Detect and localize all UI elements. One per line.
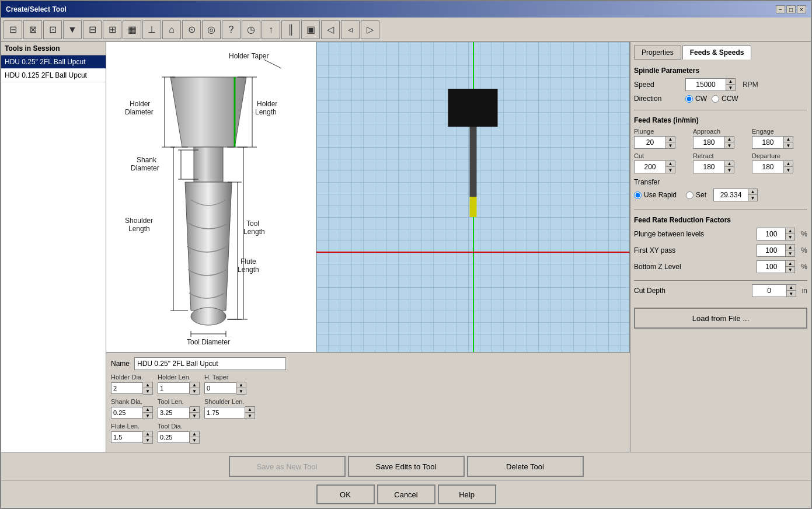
shoulder-len-down[interactable]: ▼	[245, 413, 255, 419]
plunge-up[interactable]: ▲	[666, 136, 675, 142]
holder-len-down[interactable]: ▼	[190, 388, 199, 394]
cut-up[interactable]: ▲	[666, 161, 675, 167]
approach-down[interactable]: ▼	[725, 142, 734, 149]
minimize-button[interactable]: −	[776, 5, 785, 13]
shank-dia-input[interactable]	[111, 407, 143, 419]
set-radio[interactable]	[686, 191, 693, 199]
bottom-z-input[interactable]	[757, 260, 786, 273]
maximize-button[interactable]: □	[786, 5, 796, 13]
toolbar-btn-13[interactable]: ◷	[242, 20, 260, 39]
cut-input[interactable]	[634, 161, 666, 173]
approach-up[interactable]: ▲	[725, 136, 734, 142]
toolbar-btn-14[interactable]: ↑	[262, 20, 280, 39]
transfer-down[interactable]: ▼	[748, 195, 758, 201]
bottom-z-up[interactable]: ▲	[786, 260, 795, 267]
flute-len-input[interactable]	[111, 431, 143, 443]
toolbar-btn-11[interactable]: ◎	[202, 20, 221, 39]
holder-dia-up[interactable]: ▲	[143, 382, 152, 388]
tool-len-up[interactable]: ▲	[190, 407, 199, 413]
holder-dia-input[interactable]	[111, 382, 143, 394]
plunge-between-up[interactable]: ▲	[786, 228, 795, 234]
toolbar-btn-2[interactable]: ⊠	[23, 20, 42, 39]
flute-len-down[interactable]: ▼	[143, 437, 152, 443]
tab-properties[interactable]: Properties	[634, 46, 681, 60]
h-taper-up[interactable]: ▲	[236, 382, 246, 388]
retract-up[interactable]: ▲	[725, 161, 734, 167]
departure-up[interactable]: ▲	[784, 161, 793, 167]
close-button[interactable]: ×	[797, 5, 806, 13]
name-input[interactable]	[134, 357, 286, 370]
first-xy-input[interactable]	[757, 244, 786, 257]
cw-radio-label[interactable]: CW	[685, 95, 707, 103]
approach-input[interactable]	[693, 136, 725, 149]
speed-up[interactable]: ▲	[726, 78, 736, 85]
load-from-file-button[interactable]: Load from File ...	[634, 308, 807, 329]
toolbar-btn-10[interactable]: ⊙	[182, 20, 201, 39]
first-xy-up[interactable]: ▲	[786, 244, 795, 250]
toolbar-btn-16[interactable]: ▣	[301, 20, 320, 39]
holder-dia-down[interactable]: ▼	[143, 388, 152, 394]
delete-tool-button[interactable]: Delete Tool	[467, 456, 584, 477]
tool-dia-down[interactable]: ▼	[190, 437, 199, 443]
toolbar-btn-8[interactable]: ⊥	[142, 20, 161, 39]
shank-dia-down[interactable]: ▼	[143, 413, 152, 419]
toolbar-btn-9[interactable]: ⌂	[162, 20, 181, 39]
transfer-up[interactable]: ▲	[748, 189, 758, 195]
engage-up[interactable]: ▲	[784, 136, 793, 142]
bottom-z-down[interactable]: ▼	[786, 267, 795, 273]
save-as-new-button[interactable]: Save as New Tool	[229, 456, 346, 477]
cancel-button[interactable]: Cancel	[377, 484, 435, 504]
ccw-radio[interactable]	[712, 95, 719, 103]
plunge-between-input[interactable]	[757, 228, 786, 240]
departure-down[interactable]: ▼	[784, 167, 793, 173]
holder-len-input[interactable]	[158, 382, 190, 394]
flute-len-up[interactable]: ▲	[143, 431, 152, 437]
cut-depth-input[interactable]	[752, 284, 787, 297]
speed-input[interactable]	[685, 78, 726, 91]
h-taper-input[interactable]	[204, 382, 236, 394]
transfer-set-input[interactable]	[713, 189, 748, 201]
retract-input[interactable]	[693, 161, 725, 173]
tool-len-down[interactable]: ▼	[190, 413, 199, 419]
cut-down[interactable]: ▼	[666, 167, 675, 173]
toolbar-btn-5[interactable]: ⊟	[83, 20, 102, 39]
holder-len-up[interactable]: ▲	[190, 382, 199, 388]
toolbar-btn-12[interactable]: ?	[222, 20, 241, 39]
toolbar-btn-17[interactable]: ◁	[321, 20, 340, 39]
speed-down[interactable]: ▼	[726, 85, 736, 91]
toolbar-btn-6[interactable]: ⊞	[103, 20, 121, 39]
plunge-input[interactable]	[634, 136, 666, 149]
ccw-radio-label[interactable]: CCW	[712, 95, 738, 103]
toolbar-btn-18[interactable]: ◃	[341, 20, 360, 39]
engage-input[interactable]	[752, 136, 784, 149]
set-label[interactable]: Set	[686, 191, 706, 199]
plunge-between-down[interactable]: ▼	[786, 234, 795, 240]
toolbar-btn-4[interactable]: ▼	[63, 20, 82, 39]
shoulder-len-input[interactable]	[204, 407, 245, 419]
shank-dia-up[interactable]: ▲	[143, 407, 152, 413]
cut-depth-down[interactable]: ▼	[787, 291, 796, 297]
tab-feeds-speeds[interactable]: Feeds & Speeds	[682, 46, 752, 60]
plunge-down[interactable]: ▼	[666, 142, 675, 149]
tool-dia-up[interactable]: ▲	[190, 431, 199, 437]
tool-dia-input[interactable]	[158, 431, 190, 443]
first-xy-down[interactable]: ▼	[786, 250, 795, 257]
engage-down[interactable]: ▼	[784, 142, 793, 149]
tool-len-input[interactable]	[158, 407, 190, 419]
use-rapid-label[interactable]: Use Rapid	[634, 191, 677, 199]
shoulder-len-up[interactable]: ▲	[245, 407, 255, 413]
toolbar-btn-7[interactable]: ▦	[123, 20, 141, 39]
cw-radio[interactable]	[685, 95, 693, 103]
ok-button[interactable]: OK	[316, 484, 375, 504]
tool-list-item-1[interactable]: HDU 0.25" 2FL Ball Upcut	[1, 55, 106, 69]
toolbar-btn-19[interactable]: ▷	[361, 20, 379, 39]
use-rapid-radio[interactable]	[634, 191, 642, 199]
help-button[interactable]: Help	[438, 484, 496, 504]
tool-list-item-2[interactable]: HDU 0.125 2FL Ball Upcut	[1, 69, 106, 82]
toolbar-btn-3[interactable]: ⊡	[43, 20, 62, 39]
save-edits-button[interactable]: Save Edits to Tool	[348, 456, 465, 477]
toolbar-btn-15[interactable]: ║	[281, 20, 300, 39]
toolbar-btn-1[interactable]: ⊟	[4, 20, 22, 39]
retract-down[interactable]: ▼	[725, 167, 734, 173]
cut-depth-up[interactable]: ▲	[787, 284, 796, 291]
